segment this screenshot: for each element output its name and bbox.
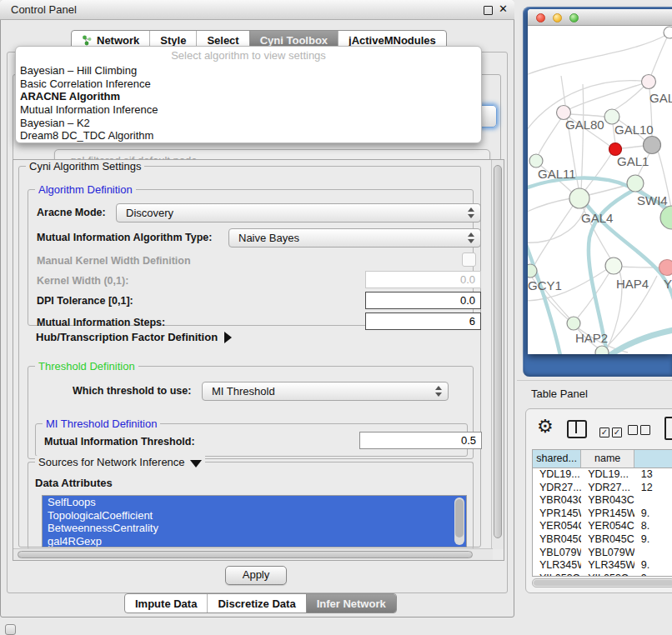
table-horizontal-scrollbar[interactable] [532,578,672,588]
dpi-tolerance-input[interactable]: 0.0 [365,292,481,309]
table-cell [634,494,672,508]
collapse-down-icon [190,460,202,468]
column-header-name[interactable]: name [581,450,634,468]
attribute-item-topologicalcoefficient[interactable]: TopologicalCoefficient [43,509,466,522]
tab-infer-network[interactable]: Infer Network [306,594,396,612]
network-edge[interactable] [621,146,644,148]
list-scrollbar[interactable] [454,498,464,545]
table-row[interactable]: YDR27...YDR27...12 [533,482,672,495]
network-node[interactable] [664,27,672,38]
table-row[interactable]: YBL079WYBL079W [533,547,672,560]
algorithm-option-dream8-dc-tdc-algorithm[interactable]: Dream8 DC_TDC Algorithm [20,129,477,142]
network-node[interactable] [605,258,622,274]
close-icon[interactable]: ✕ [499,2,508,15]
table-cell: YDR27... [533,482,581,495]
attribute-item-gal4rgexp[interactable]: gal4RGexp [43,535,466,548]
table-row[interactable]: YBR043CYBR043C [533,494,672,508]
network-edge[interactable] [651,36,668,75]
tab-label: Select [207,34,238,47]
algorithm-option-bayesian-hill-climbing[interactable]: Bayesian – Hill Climbing [20,64,477,78]
network-edge[interactable] [528,198,571,213]
network-node[interactable] [644,137,661,154]
mi-type-combo[interactable]: Naive Bayes [228,228,481,248]
network-node[interactable] [659,260,672,276]
network-node[interactable] [660,206,672,229]
network-view-window[interactable]: GALGAL80GAL10GAL1GAL11SWI4GAL4GCY1HAP4YH… [528,9,672,354]
cyni-algorithm-settings-title: Cyni Algorithm Settings [26,160,144,172]
tab-impute-data[interactable]: Impute Data [125,594,207,612]
network-edge[interactable] [528,34,668,76]
column-header-extra[interactable] [634,450,672,468]
deselect-all-icon[interactable] [628,423,653,438]
tab-discretize-data[interactable]: Discretize Data [207,594,305,612]
table-row[interactable]: YPR145WYPR145W9. [533,508,672,521]
table-row[interactable]: YLR345WYLR345W9. [533,559,672,572]
network-canvas[interactable]: GALGAL80GAL10GAL1GAL11SWI4GAL4GCY1HAP4YH… [528,26,672,354]
network-edge[interactable] [589,185,628,195]
data-attributes-list[interactable]: SelfLoopsTopologicalCoefficientBetweenne… [42,495,467,548]
select-all-icon[interactable]: ✓✓ [599,423,624,438]
which-threshold-combo[interactable]: MI Threshold [202,382,449,401]
network-edge[interactable] [581,84,584,192]
algorithm-dropdown-prompt: Select algorithm to view settings [16,49,481,62]
node-label-gal1: GAL1 [617,154,649,168]
close-window-icon[interactable] [536,13,545,22]
table-cell: YBL079W [581,547,634,560]
minimized-panel-icon[interactable] [5,624,16,635]
algorithm-option-aracne-algorithm[interactable]: ARACNE Algorithm [20,90,477,103]
network-edge[interactable] [585,154,611,190]
table-row[interactable]: YBR045CYBR045C9. [533,533,672,547]
manual-kernel-checkbox[interactable] [462,252,476,267]
network-edge[interactable] [569,82,649,109]
import-table-icon[interactable] [664,417,672,440]
network-graph[interactable]: GALGAL80GAL10GAL1GAL11SWI4GAL4GCY1HAP4YH… [528,26,672,354]
attribute-item-betweennesscentrality[interactable]: BetweennessCentrality [43,522,466,535]
kernel-width-input[interactable]: 0.0 [365,271,481,288]
network-node[interactable] [595,346,609,354]
network-edge[interactable] [528,205,586,242]
algorithm-option-basic-correlation-inference[interactable]: Basic Correlation Inference [20,78,477,91]
settings-vertical-scrollbar[interactable] [491,160,504,549]
table-row[interactable]: YER054CYER054C8. [533,520,672,533]
float-window-icon[interactable] [484,6,493,15]
table-cell: YDL19... [581,468,634,482]
hub-definition-toggle[interactable]: Hub/Transcription Factor Definition [36,331,232,343]
cyni-algorithm-settings-group: Cyni Algorithm Settings Algorithm Defini… [18,166,481,548]
table-cell: YER054C [533,520,581,533]
control-panel-titlebar[interactable]: Control Panel ✕ [0,0,514,20]
tab-label: Impute Data [135,598,197,610]
column-header-shared[interactable]: shared... [533,450,581,468]
network-node[interactable] [642,75,656,89]
network-edge[interactable] [539,118,561,154]
apply-button[interactable]: Apply [225,566,287,585]
network-node[interactable] [528,264,537,278]
manual-kernel-label: Manual Kernel Width Definition [37,255,191,267]
column-selector-icon[interactable] [567,420,587,438]
network-edge[interactable] [534,206,573,265]
network-edge[interactable] [570,114,604,117]
threshold-definition-group: Threshold Definition Which threshold to … [28,366,474,459]
network-edge[interactable] [604,329,672,354]
mi-steps-input[interactable]: 6 [365,312,481,330]
algorithm-option-bayesian-k2[interactable]: Bayesian – K2 [20,117,477,130]
settings-scroll-area: Cyni Algorithm Settings Algorithm Defini… [13,159,504,561]
attribute-item-selfloops[interactable]: SelfLoops [43,496,466,509]
table-cell: YPR145W [581,508,634,521]
table-row[interactable]: YDL19...YDL19...13 [533,468,672,482]
zoom-window-icon[interactable] [569,13,579,22]
which-threshold-value: MI Threshold [212,385,275,398]
network-node[interactable] [529,154,543,168]
network-node[interactable] [567,317,580,330]
gear-icon[interactable]: ⚙ [537,416,554,438]
network-window-titlebar[interactable] [528,9,672,26]
aracne-mode-combo[interactable]: Discovery [116,203,481,222]
minimize-window-icon[interactable] [553,13,562,22]
network-node[interactable] [569,188,589,208]
network-node[interactable] [627,175,644,192]
node-table[interactable]: shared...name YDL19...YDL19...13YDR27...… [532,449,672,577]
settings-horizontal-scrollbar[interactable] [13,548,493,560]
aracne-mode-label: Aracne Mode: [37,207,106,218]
algorithm-option-mutual-information-inference[interactable]: Mutual Information Inference [20,103,477,117]
table-row[interactable]: YIL053CYIL053C9. [533,572,672,577]
mi-threshold-input[interactable]: 0.5 [359,432,482,449]
